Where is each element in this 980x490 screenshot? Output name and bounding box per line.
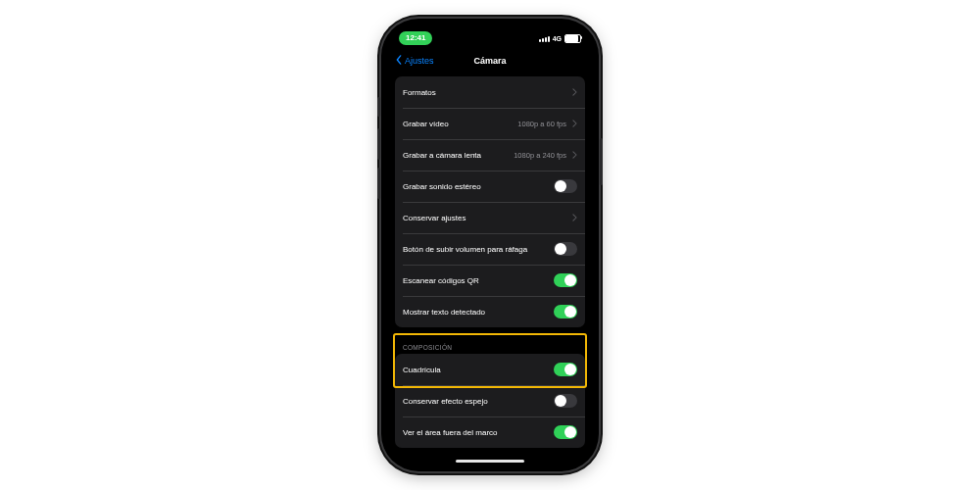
setting-label: Grabar vídeo	[403, 120, 512, 128]
toggle-switch[interactable]	[554, 273, 577, 287]
setting-row-main-3[interactable]: Grabar sonido estéreo	[395, 171, 585, 202]
phone-frame: 12:41 4G Ajustes Cámara FormatosGrabar v…	[381, 19, 599, 471]
toggle-switch[interactable]	[554, 242, 577, 256]
setting-label: Grabar a cámara lenta	[403, 151, 508, 160]
toggle-switch[interactable]	[554, 305, 577, 318]
group-composition: COMPOSICIÓN CuadrículaConservar efecto e…	[395, 334, 585, 448]
side-button	[377, 97, 380, 117]
home-indicator	[456, 460, 524, 463]
chevron-right-icon	[572, 151, 577, 159]
network-label: 4G	[553, 35, 562, 42]
setting-row-main-4[interactable]: Conservar ajustes	[395, 202, 585, 233]
status-right: 4G	[539, 34, 581, 43]
setting-label: Conservar efecto espejo	[403, 397, 548, 406]
chevron-right-icon	[572, 214, 577, 221]
chevron-right-icon	[572, 120, 577, 127]
setting-label: Formatos	[403, 88, 566, 97]
side-button	[377, 128, 380, 160]
setting-row-main-2[interactable]: Grabar a cámara lenta1080p a 240 fps	[395, 139, 585, 171]
chevron-right-icon	[572, 88, 577, 96]
setting-label: Grabar sonido estéreo	[403, 182, 548, 191]
toggle-switch[interactable]	[554, 394, 577, 408]
setting-label: Conservar ajustes	[403, 214, 566, 222]
setting-label: Mostrar texto detectado	[403, 308, 548, 317]
setting-detail: 1080p a 60 fps	[517, 120, 566, 128]
setting-detail: 1080p a 240 fps	[514, 151, 566, 160]
status-time-pill: 12:41	[399, 31, 432, 45]
back-label: Ajustes	[405, 56, 434, 66]
setting-label: Botón de subir volumen para ráfaga	[403, 245, 548, 254]
notch	[443, 24, 537, 42]
setting-row-main-7[interactable]: Mostrar texto detectado	[395, 296, 585, 327]
setting-row-composition-0[interactable]: Cuadrícula	[395, 354, 585, 385]
setting-row-main-5[interactable]: Botón de subir volumen para ráfaga	[395, 233, 585, 265]
settings-content[interactable]: FormatosGrabar vídeo1080p a 60 fpsGrabar…	[387, 70, 593, 466]
chevron-left-icon	[395, 55, 403, 67]
group-main: FormatosGrabar vídeo1080p a 60 fpsGrabar…	[395, 76, 585, 327]
toggle-switch[interactable]	[554, 363, 577, 376]
side-button	[600, 138, 603, 185]
setting-row-main-0[interactable]: Formatos	[395, 76, 585, 108]
setting-label: Cuadrícula	[403, 366, 548, 374]
signal-icon	[539, 35, 550, 42]
toggle-switch[interactable]	[554, 425, 577, 439]
back-button[interactable]: Ajustes	[395, 50, 434, 72]
battery-icon	[564, 34, 581, 43]
setting-label: Ver el área fuera del marco	[403, 428, 548, 437]
setting-label: Escanear códigos QR	[403, 276, 548, 285]
toggle-switch[interactable]	[554, 179, 577, 193]
nav-bar: Ajustes Cámara	[387, 50, 593, 72]
side-button	[377, 168, 380, 199]
setting-row-main-1[interactable]: Grabar vídeo1080p a 60 fps	[395, 108, 585, 139]
group-header-composition: COMPOSICIÓN	[395, 334, 585, 354]
page-title: Cámara	[473, 56, 506, 66]
setting-row-composition-2[interactable]: Ver el área fuera del marco	[395, 416, 585, 448]
screen: 12:41 4G Ajustes Cámara FormatosGrabar v…	[387, 24, 593, 466]
setting-row-composition-1[interactable]: Conservar efecto espejo	[395, 385, 585, 416]
setting-row-main-6[interactable]: Escanear códigos QR	[395, 265, 585, 296]
